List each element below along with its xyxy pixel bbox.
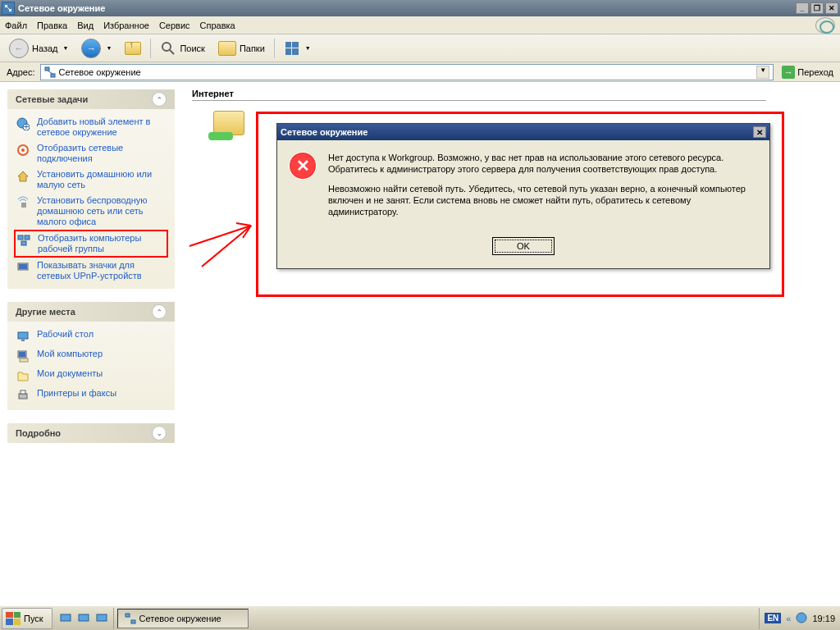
- address-input[interactable]: Сетевое окружение ▼: [40, 64, 774, 80]
- windows-logo-icon: [6, 612, 21, 625]
- tray-icon[interactable]: [796, 612, 807, 625]
- up-button[interactable]: ↑: [119, 37, 147, 60]
- panel-header[interactable]: Другие места ⌃: [7, 302, 175, 322]
- language-indicator[interactable]: EN: [765, 613, 781, 623]
- svg-rect-15: [18, 235, 23, 240]
- menu-view[interactable]: Вид: [77, 21, 94, 30]
- svg-line-4: [170, 50, 174, 54]
- svg-rect-14: [21, 203, 26, 208]
- ql-item[interactable]: [94, 610, 110, 627]
- menu-favorites[interactable]: Избранное: [103, 21, 149, 30]
- toolbar-separator: [150, 39, 151, 58]
- svg-rect-20: [18, 332, 28, 339]
- minimize-button[interactable]: _: [796, 2, 809, 14]
- svg-rect-16: [25, 235, 30, 240]
- search-button[interactable]: Поиск: [154, 37, 210, 60]
- svg-rect-17: [21, 241, 26, 245]
- address-label: Адрес:: [2, 67, 40, 77]
- place-printers[interactable]: Принтеры и факсы: [14, 386, 168, 405]
- svg-rect-5: [45, 67, 49, 71]
- place-label: Мой компьютер: [37, 349, 103, 359]
- task-add-network-place[interactable]: + Добавить новый элемент в сетевое окруж…: [14, 114, 168, 140]
- svg-marker-13: [18, 171, 28, 181]
- svg-text:+: +: [24, 121, 29, 130]
- group-header: Интернет: [192, 89, 766, 101]
- address-dropdown-button[interactable]: ▼: [756, 66, 769, 79]
- network-places-icon: [2, 2, 15, 15]
- task-label: Добавить новый элемент в сетевое окружен…: [37, 116, 167, 138]
- task-label: Отобразить сетевые подключения: [37, 143, 167, 164]
- go-button[interactable]: → Переход: [777, 64, 838, 80]
- chevron-up-icon: ⌃: [152, 304, 167, 319]
- svg-rect-25: [19, 394, 27, 399]
- dialog-title: Сетевое окружение: [281, 127, 753, 137]
- svg-rect-31: [61, 614, 71, 621]
- ql-item[interactable]: [75, 610, 92, 627]
- dialog-paragraph-1: Нет доступа к Workgroup. Возможно, у вас…: [328, 152, 758, 175]
- svg-rect-33: [97, 614, 107, 621]
- svg-rect-26: [21, 390, 25, 394]
- back-button[interactable]: ← Назад ▼: [3, 37, 74, 60]
- views-button[interactable]: ▼: [278, 37, 317, 60]
- place-my-documents[interactable]: Мои документы: [14, 366, 168, 386]
- svg-rect-6: [51, 74, 55, 77]
- menu-file[interactable]: Файл: [5, 21, 27, 30]
- folders-icon: [218, 41, 236, 56]
- ok-button[interactable]: OK: [492, 237, 555, 255]
- start-label: Пуск: [24, 614, 43, 623]
- task-view-connections[interactable]: Отобразить сетевые подключения: [14, 140, 168, 167]
- wireless-icon: [16, 195, 30, 210]
- folders-button[interactable]: Папки: [212, 37, 271, 60]
- task-setup-wireless[interactable]: Установить беспроводную домашнюю сеть ил…: [14, 193, 168, 230]
- sidebar: Сетевые задачи ⌃ + Добавить новый элемен…: [0, 82, 182, 605]
- search-label: Поиск: [180, 43, 204, 53]
- window-title: Сетевое окружение: [18, 3, 796, 13]
- window-titlebar: Сетевое окружение _ ❐ ✕: [0, 0, 840, 16]
- panel-header[interactable]: Сетевые задачи ⌃: [7, 89, 175, 109]
- network-item-icon[interactable]: [208, 109, 248, 142]
- task-view-workgroup[interactable]: Отобразить компьютеры рабочей группы: [14, 230, 168, 258]
- taskbar-task-button[interactable]: Сетевое окружение: [117, 609, 249, 628]
- menu-edit[interactable]: Правка: [37, 21, 67, 30]
- magnifier-icon: [160, 40, 176, 57]
- workgroup-icon: [16, 233, 31, 248]
- printer-icon: [16, 388, 30, 403]
- forward-button[interactable]: → ▼: [75, 37, 117, 60]
- svg-point-36: [797, 613, 806, 623]
- dialog-paragraph-2: Невозможно найти сетевой путь. Убедитесь…: [328, 183, 758, 217]
- network-places-icon: [125, 613, 136, 624]
- task-show-upnp[interactable]: Показывать значки для сетевых UPnP-устро…: [14, 258, 168, 284]
- task-label: Установить домашнюю или малую сеть: [37, 169, 167, 190]
- svg-rect-35: [131, 620, 135, 623]
- quick-launch: [54, 608, 114, 629]
- toolbar-separator: [274, 39, 275, 58]
- panel-other-places: Другие места ⌃ Рабочий стол Мой компьюте…: [7, 301, 176, 411]
- panel-title: Сетевые задачи: [16, 94, 88, 104]
- menu-help[interactable]: Справка: [200, 21, 235, 30]
- panel-header[interactable]: Подробно ⌄: [7, 423, 175, 443]
- svg-rect-19: [19, 264, 27, 269]
- desktop-icon: [16, 329, 30, 344]
- place-my-computer[interactable]: Мой компьютер: [14, 346, 168, 366]
- folders-label: Папки: [240, 43, 265, 53]
- back-dropdown-icon: ▼: [63, 45, 69, 51]
- ql-show-desktop[interactable]: [57, 610, 74, 627]
- forward-dropdown-icon: ▼: [106, 45, 112, 51]
- dialog-close-button[interactable]: ✕: [753, 126, 766, 138]
- tray-expand-icon[interactable]: «: [786, 614, 791, 623]
- menu-tools[interactable]: Сервис: [159, 21, 190, 30]
- maximize-button[interactable]: ❐: [810, 2, 824, 14]
- dialog-text: Нет доступа к Workgroup. Возможно, у вас…: [328, 152, 758, 226]
- place-desktop[interactable]: Рабочий стол: [14, 326, 168, 346]
- task-setup-home-network[interactable]: Установить домашнюю или малую сеть: [14, 167, 168, 193]
- chevron-down-icon: ⌄: [152, 426, 167, 441]
- close-button[interactable]: ✕: [825, 2, 838, 14]
- place-label: Принтеры и факсы: [37, 388, 116, 399]
- panel-network-tasks: Сетевые задачи ⌃ + Добавить новый элемен…: [7, 89, 176, 290]
- dialog-titlebar[interactable]: Сетевое окружение ✕: [277, 124, 769, 140]
- svg-point-12: [21, 148, 25, 152]
- start-button[interactable]: Пуск: [2, 608, 52, 629]
- svg-line-7: [48, 71, 52, 74]
- home-network-icon: [16, 169, 30, 184]
- clock[interactable]: 19:19: [812, 614, 835, 623]
